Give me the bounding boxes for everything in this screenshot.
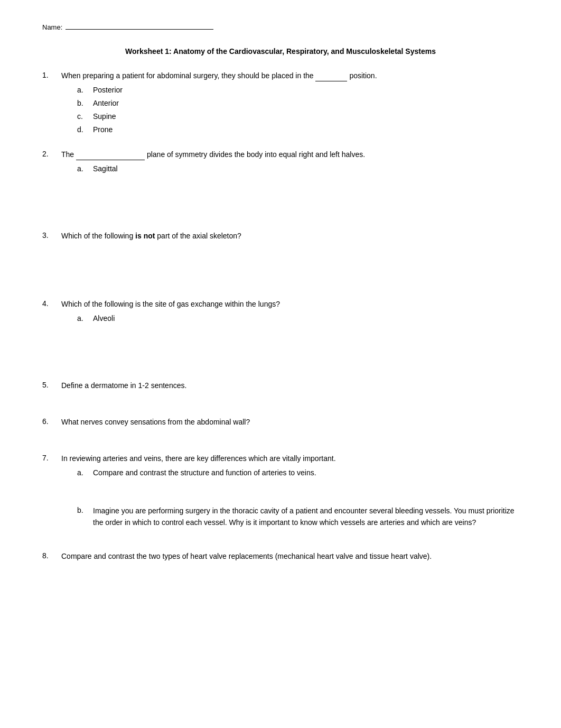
q8-text: Compare and contrast the two types of he…: [61, 552, 432, 560]
q7-options: a. Compare and contrast the structure an…: [61, 467, 519, 478]
question-content-5: Define a dermatome in 1-2 sentences.: [61, 380, 519, 405]
question-content-1: When preparing a patient for abdominal s…: [61, 70, 519, 137]
question-text-6: What nerves convey sensations from the a…: [61, 417, 519, 428]
question-item-1: 1. When preparing a patient for abdomina…: [42, 70, 519, 137]
q3-bold-text: is not: [135, 232, 155, 240]
question-text-7: In reviewing arteries and veins, there a…: [61, 453, 519, 464]
q5-spacer: [61, 394, 519, 405]
q1-text-before: When preparing a patient for abdominal s…: [61, 71, 314, 80]
q2-text-after: plane of symmetry divides the body into …: [147, 150, 365, 159]
question-number-2: 2.: [42, 149, 61, 158]
sub-text: Anterior: [93, 98, 519, 109]
sub-letter: a.: [77, 163, 93, 174]
q6-text: What nerves convey sensations from the a…: [61, 418, 250, 426]
q4-text: Which of the following is the site of ga…: [61, 300, 280, 308]
question-number-4: 4.: [42, 299, 61, 308]
q3-text-after: part of the axial skeleton?: [155, 232, 241, 240]
question-item-5: 5. Define a dermatome in 1-2 sentences.: [42, 380, 519, 405]
question-text-2: The plane of symmetry divides the body i…: [61, 149, 519, 160]
question-content-2: The plane of symmetry divides the body i…: [61, 149, 519, 219]
list-item: b. Anterior: [77, 98, 519, 109]
question-content-4: Which of the following is the site of ga…: [61, 299, 519, 368]
name-underline[interactable]: [66, 21, 213, 30]
sub-text: Supine: [93, 111, 519, 122]
list-item: a. Posterior: [77, 85, 519, 96]
question-item-8: 8. Compare and contrast the two types of…: [42, 551, 519, 565]
list-item: a. Alveoli: [77, 313, 519, 324]
question-text-5: Define a dermatome in 1-2 sentences.: [61, 380, 519, 391]
q1-options: a. Posterior b. Anterior c. Supine d. Pr…: [61, 85, 519, 135]
sub-letter: c.: [77, 111, 93, 122]
q4-spacer: [61, 326, 519, 368]
q1-text-after: position.: [349, 71, 377, 80]
list-item: a. Compare and contrast the structure an…: [77, 467, 519, 478]
question-number-1: 1.: [42, 70, 61, 79]
q3-text-before: Which of the following: [61, 232, 135, 240]
q2-spacer: [61, 177, 519, 219]
question-item-6: 6. What nerves convey sensations from th…: [42, 417, 519, 441]
questions-list: 1. When preparing a patient for abdomina…: [42, 70, 519, 565]
q7b-options: b. Imagine you are performing surgery in…: [61, 505, 519, 529]
question-number-7: 7.: [42, 453, 61, 462]
question-number-8: 8.: [42, 551, 61, 560]
q2-text-the: The: [61, 150, 76, 159]
q5-text: Define a dermatome in 1-2 sentences.: [61, 381, 186, 390]
question-item-3: 3. Which of the following is not part of…: [42, 231, 519, 287]
question-item-2: 2. The plane of symmetry divides the bod…: [42, 149, 519, 219]
sub-text: Alveoli: [93, 313, 519, 324]
question-number-3: 3.: [42, 231, 61, 239]
question-text-3: Which of the following is not part of th…: [61, 231, 519, 242]
sub-text: Prone: [93, 124, 519, 135]
sub-text: Compare and contrast the structure and f…: [93, 467, 519, 478]
q2-blank: [76, 152, 145, 160]
question-text-1: When preparing a patient for abdominal s…: [61, 70, 519, 81]
question-text-4: Which of the following is the site of ga…: [61, 299, 519, 310]
sub-text: Sagittal: [93, 163, 519, 174]
sub-letter: d.: [77, 124, 93, 135]
sub-letter: a.: [77, 313, 93, 324]
q1-blank: [315, 73, 347, 81]
q3-spacer: [61, 245, 519, 287]
question-number-5: 5.: [42, 380, 61, 389]
sub-letter: a.: [77, 467, 93, 478]
question-number-6: 6.: [42, 417, 61, 426]
q7-spacer: [61, 531, 519, 539]
q7a-spacer: [61, 481, 519, 502]
question-content-8: Compare and contrast the two types of he…: [61, 551, 519, 565]
q6-spacer: [61, 431, 519, 441]
sub-letter: a.: [77, 85, 93, 96]
q4-options: a. Alveoli: [61, 313, 519, 324]
question-item-4: 4. Which of the following is the site of…: [42, 299, 519, 368]
q2-options: a. Sagittal: [61, 163, 519, 174]
list-item: a. Sagittal: [77, 163, 519, 174]
question-item-7: 7. In reviewing arteries and veins, ther…: [42, 453, 519, 539]
question-content-3: Which of the following is not part of th…: [61, 231, 519, 287]
sub-letter: b.: [77, 98, 93, 109]
name-field-row: Name:: [42, 21, 519, 31]
sub-letter: b.: [77, 505, 93, 516]
list-item: d. Prone: [77, 124, 519, 135]
list-item: b. Imagine you are performing surgery in…: [77, 505, 519, 529]
name-label: Name:: [42, 23, 62, 31]
worksheet-title: Worksheet 1: Anatomy of the Cardiovascul…: [42, 47, 519, 56]
question-content-6: What nerves convey sensations from the a…: [61, 417, 519, 441]
question-text-8: Compare and contrast the two types of he…: [61, 551, 519, 562]
sub-text: Imagine you are performing surgery in th…: [93, 505, 519, 529]
question-content-7: In reviewing arteries and veins, there a…: [61, 453, 519, 539]
q7-text: In reviewing arteries and veins, there a…: [61, 454, 336, 463]
list-item: c. Supine: [77, 111, 519, 122]
sub-text: Posterior: [93, 85, 519, 96]
